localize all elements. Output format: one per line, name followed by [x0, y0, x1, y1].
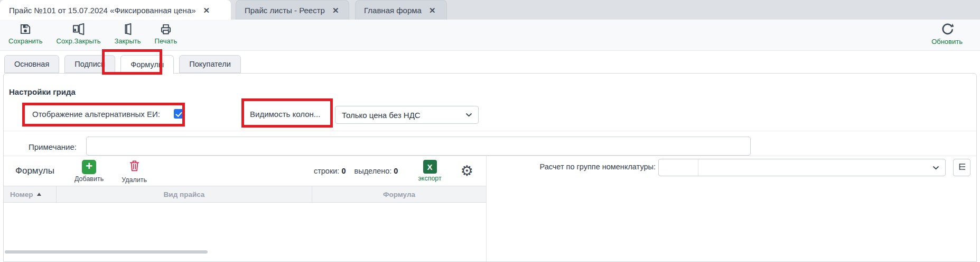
- tree-select-button[interactable]: [953, 159, 970, 176]
- window-tab-main-form[interactable]: Главная форма: [355, 0, 447, 20]
- note-label: Примечание:: [28, 142, 77, 151]
- save-button-label: Сохранить: [8, 37, 43, 45]
- tab-formulas[interactable]: Формулы: [120, 55, 174, 74]
- refresh-icon: [940, 22, 954, 37]
- horizontal-scrollbar[interactable]: [5, 250, 208, 254]
- save-close-button-label: Сохр.Закрыть: [57, 37, 101, 45]
- alt-units-label: Отображение альтернативных ЕИ:: [32, 110, 160, 119]
- grid-counters: строки: 0 выделено: 0: [314, 167, 398, 175]
- calc-group-select[interactable]: [658, 159, 946, 176]
- close-icon[interactable]: [332, 6, 339, 14]
- note-input[interactable]: [86, 137, 751, 156]
- delete-row-button[interactable]: Удалить: [122, 159, 147, 184]
- grid-header-row: Номер Вид прайса Формула: [4, 186, 486, 203]
- form-tab-bar: Основная Подписи Формулы Покупатели: [4, 55, 241, 74]
- tree-icon: [957, 162, 967, 174]
- grid-settings-title: Настройки грида: [9, 87, 76, 96]
- window-tab-price-registry[interactable]: Прайс листы - Реестр: [236, 0, 349, 20]
- main-toolbar: Сохранить Сохр.Закрыть: [0, 20, 980, 51]
- save-close-button[interactable]: Сохр.Закрыть: [57, 22, 101, 45]
- window-tab-title: Главная форма: [364, 6, 422, 15]
- print-button-label: Печать: [155, 37, 178, 45]
- tab-main[interactable]: Основная: [4, 55, 59, 73]
- chevron-down-icon: [465, 113, 472, 117]
- formulas-grid-title: Формулы: [15, 166, 54, 176]
- export-label: экспорт: [418, 175, 441, 182]
- column-header-number[interactable]: Номер: [4, 186, 57, 202]
- rows-counter-label: строки:: [314, 167, 340, 175]
- selected-counter-value: 0: [394, 167, 398, 175]
- column-header-formula-label: Формула: [383, 191, 415, 198]
- column-visibility-label: Видимость колон...: [250, 110, 320, 119]
- grid-body-empty[interactable]: [4, 203, 486, 249]
- combo-divider: [698, 159, 698, 176]
- sort-ascending-icon: [37, 193, 41, 196]
- add-row-label: Добавить: [74, 175, 104, 183]
- close-button-label: Закрыть: [115, 37, 141, 45]
- rows-counter-value: 0: [341, 167, 346, 175]
- column-header-formula[interactable]: Формула: [312, 186, 486, 202]
- selected-counter-label: выделено:: [354, 167, 392, 175]
- export-excel-button[interactable]: X экспорт: [418, 160, 441, 182]
- gear-icon[interactable]: [461, 164, 473, 178]
- section-divider: [4, 131, 976, 131]
- column-header-price-type-label: Вид прайса: [164, 191, 205, 198]
- chevron-down-icon: [932, 166, 939, 170]
- printer-icon: [159, 22, 173, 36]
- tab-signatures[interactable]: Подписи: [64, 55, 115, 73]
- window-tab-price-document[interactable]: Прайс №101 от 15.07.2024 «Фиксированная …: [0, 0, 231, 20]
- formulas-tab-panel: Настройки грида Отображение альтернативн…: [3, 73, 977, 262]
- add-row-button[interactable]: Добавить: [74, 160, 104, 183]
- column-visibility-select[interactable]: Только цена без НДС: [335, 106, 479, 124]
- plus-icon: [82, 160, 96, 174]
- alt-units-checkbox[interactable]: [174, 109, 183, 119]
- close-icon[interactable]: [203, 6, 210, 14]
- calc-group-label: Расчет по группе номенклатуры:: [511, 162, 656, 171]
- column-visibility-value: Только цена без НДС: [342, 111, 421, 120]
- window-tab-title: Прайс №101 от 15.07.2024 «Фиксированная …: [9, 6, 196, 15]
- trash-icon: [128, 159, 141, 175]
- excel-icon: X: [423, 160, 437, 174]
- app-window: Прайс №101 от 15.07.2024 «Фиксированная …: [0, 0, 980, 262]
- selected-counter: выделено: 0: [354, 167, 398, 175]
- window-tab-strip: Прайс №101 от 15.07.2024 «Фиксированная …: [0, 0, 980, 20]
- refresh-button[interactable]: Обновить: [931, 22, 963, 46]
- column-header-number-label: Номер: [10, 191, 33, 198]
- formulas-grid: Формулы Добавить Удалить: [4, 156, 487, 261]
- print-button[interactable]: Печать: [155, 22, 178, 45]
- tab-buyers[interactable]: Покупатели: [179, 55, 240, 73]
- save-close-icon: [72, 22, 86, 36]
- save-button[interactable]: Сохранить: [8, 22, 43, 45]
- close-button[interactable]: Закрыть: [115, 22, 141, 45]
- formulas-grid-toolbar: Формулы Добавить Удалить: [4, 156, 486, 186]
- save-icon: [18, 22, 32, 36]
- close-icon[interactable]: [429, 6, 436, 14]
- rows-counter: строки: 0: [314, 167, 346, 175]
- window-tab-title: Прайс листы - Реестр: [245, 6, 325, 15]
- column-header-price-type[interactable]: Вид прайса: [57, 186, 312, 202]
- close-door-icon: [121, 22, 135, 36]
- delete-row-label: Удалить: [122, 176, 147, 184]
- refresh-button-label: Обновить: [931, 38, 963, 46]
